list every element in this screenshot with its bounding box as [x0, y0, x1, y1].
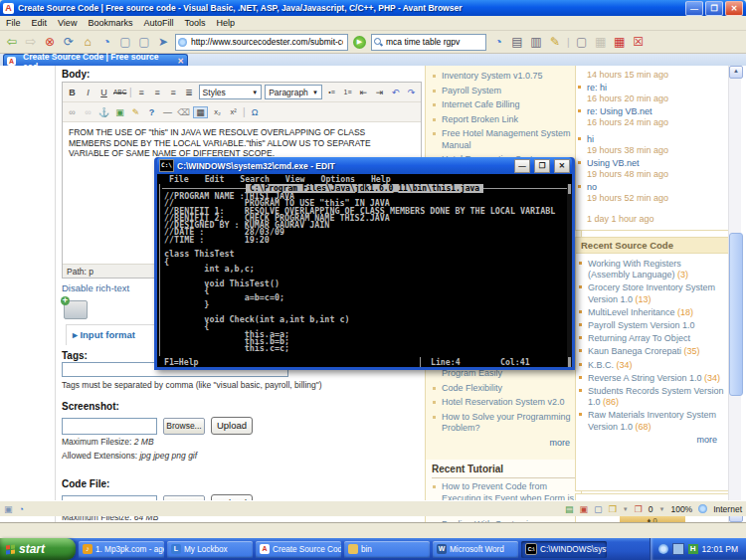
source-item[interactable]: Grocery Store Inventory System Version 1… [579, 282, 725, 304]
caret-icon[interactable]: ▼ [658, 504, 664, 514]
add-image-icon[interactable] [64, 300, 88, 319]
window-layout-icon[interactable]: ▢ [118, 35, 132, 49]
taskbar-task-mp3pk[interactable]: ♪ 1. Mp3pk.com - age... [79, 541, 164, 558]
forum-entry[interactable]: 1 day 1 hour ago [578, 214, 726, 225]
edit-menu-view[interactable]: View [285, 174, 305, 184]
caret-icon[interactable]: ▼ [623, 504, 629, 514]
window-split-icon[interactable]: ▢ [137, 35, 151, 49]
browser-titlebar[interactable]: A Create Source Code | Free source code … [0, 0, 746, 16]
taskbar-task-browser[interactable]: A Create Source Code... [256, 541, 341, 558]
source-item[interactable]: Working With Registers (Assembly Languag… [579, 259, 725, 280]
hr-icon[interactable]: — [161, 107, 174, 117]
status-download-icon[interactable]: ▤ [565, 504, 574, 514]
list-item[interactable]: Free Hotel Management System Manual [433, 128, 577, 151]
tray-display-icon[interactable] [672, 543, 684, 555]
anchor-icon[interactable]: ⚓ [97, 107, 110, 117]
page-preview-icon[interactable]: ▥ [529, 35, 543, 49]
forum-title[interactable]: hi [578, 134, 726, 145]
edit-scrollbar[interactable] [567, 184, 572, 367]
taskbar-task-lockbox[interactable]: L My Lockbox [167, 541, 253, 558]
close-all-icon[interactable]: ☒ [632, 35, 646, 49]
subscript-icon[interactable]: x₂ [211, 107, 224, 116]
source-item[interactable]: Kaun Banega Crorepati (35) [579, 346, 725, 357]
new-page-icon[interactable]: ▢ [575, 35, 589, 49]
close-button[interactable]: ✕ [725, 1, 743, 16]
grid-red-icon[interactable]: ▦ [613, 35, 627, 49]
list-item[interactable]: Hotel Reservation System v2.0 [433, 397, 578, 409]
address-input[interactable] [189, 36, 345, 48]
status-page-icon[interactable]: ▣ [4, 504, 13, 514]
edit-menu-help[interactable]: Help [371, 174, 391, 184]
search-input[interactable] [384, 36, 483, 48]
menu-tools[interactable]: Tools [184, 18, 205, 28]
tab-close-icon[interactable]: ✕ [177, 57, 184, 66]
forum-entry[interactable]: re: Using VB.net 16 hours 24 min ago [578, 106, 726, 128]
screenshot-file-input[interactable] [62, 418, 157, 435]
restore-button[interactable]: ❐ [705, 1, 723, 16]
paragraph-select[interactable]: Paragraph ▼ [265, 85, 322, 99]
status-flash-icon[interactable]: ▣ [580, 504, 589, 514]
indent-icon[interactable]: ⇥ [373, 88, 386, 97]
screenshot-upload-button[interactable]: Upload [211, 417, 253, 435]
start-button[interactable]: start [0, 538, 76, 560]
align-right-icon[interactable]: ≡ [167, 88, 180, 97]
edit-file-window[interactable]: C:\Program Files\Java\jdk1.6.0_11\bin\th… [159, 184, 570, 356]
insert-image-icon[interactable]: ▣ [113, 107, 126, 117]
pointer-icon[interactable]: ➤ [156, 35, 170, 49]
superscript-icon[interactable]: x² [227, 107, 240, 116]
popup-blocker-icon[interactable]: ❐ [635, 504, 643, 514]
history-icon[interactable]: ◔ [99, 35, 113, 49]
forum-entry[interactable]: 14 hours 15 min ago [578, 70, 726, 81]
edit-screen[interactable]: File Edit Search View Options Help C:\Pr… [157, 174, 572, 367]
list-item[interactable]: Inventory System v1.0.75 [433, 71, 577, 83]
undo-icon[interactable]: ↶ [389, 88, 402, 97]
menu-autofill[interactable]: AutoFill [143, 18, 173, 28]
list-item[interactable]: Code Flexibility [433, 383, 578, 395]
cmd-close-button[interactable]: ✕ [554, 159, 570, 173]
menu-edit[interactable]: Edit [32, 18, 48, 28]
highlighter-icon[interactable]: ✎ [548, 35, 562, 49]
zoom-level[interactable]: 100% [670, 504, 692, 514]
source-item[interactable]: Reverse A String Version 1.0 (34) [579, 373, 725, 384]
outdent-icon[interactable]: ⇤ [357, 88, 370, 97]
address-bar[interactable] [175, 34, 348, 51]
source-item[interactable]: Returning Array To Object [579, 333, 725, 344]
source-item[interactable]: Payroll System Version 1.0 [579, 320, 725, 331]
forum-title[interactable]: no [578, 182, 726, 193]
list-item[interactable]: Internet Cafe Billing [433, 99, 577, 111]
remove-format-icon[interactable]: ⌫ [177, 107, 190, 117]
list-item[interactable]: How to Solve your Programming Problem? [433, 412, 578, 435]
cmd-edit-window[interactable]: C:\ C:\WINDOWS\system32\cmd.exe - EDIT —… [154, 157, 575, 370]
cleanup-icon[interactable]: ✎ [129, 107, 142, 117]
forum-entry[interactable]: no 19 hours 52 min ago [578, 182, 726, 204]
go-button[interactable]: ▶ [353, 36, 366, 49]
scroll-up-icon[interactable]: ▲ [729, 66, 743, 79]
stop-icon[interactable]: ⊗ [43, 35, 57, 49]
menu-help[interactable]: Help [216, 18, 235, 28]
more-link[interactable]: more [579, 435, 725, 445]
bullet-list-icon[interactable]: •≡ [325, 89, 338, 95]
clock[interactable]: 12:01 PM [702, 544, 738, 554]
underline-icon[interactable]: U [97, 88, 110, 97]
edit-menu-search[interactable]: Search [240, 174, 270, 184]
edit-menu-file[interactable]: File [169, 174, 189, 184]
forward-icon[interactable]: ⇨ [24, 35, 38, 49]
status-monitor-icon[interactable]: ▢ [594, 504, 603, 514]
redo-icon[interactable]: ↷ [405, 88, 418, 97]
forum-entry[interactable]: re: hi 16 hours 20 min ago [578, 83, 726, 104]
source-item[interactable]: Students Records System Version 1.0 (86) [579, 386, 725, 408]
disable-richtext-link[interactable]: Disable rich-text [62, 282, 129, 293]
forum-entry[interactable]: hi 19 hours 38 min ago [578, 134, 726, 156]
styles-select[interactable]: Styles ▼ [199, 85, 263, 99]
table-icon[interactable]: ▦ [193, 106, 208, 118]
taskbar-task-bin-folder[interactable]: bin [344, 541, 430, 558]
input-format-toggle[interactable]: ▸ Input format [73, 329, 135, 340]
source-item[interactable]: Raw Materials Inventory System Version 1… [579, 410, 725, 432]
page-scrollbar[interactable]: ▲ ▼ [728, 66, 741, 522]
home-icon[interactable]: ⌂ [81, 35, 94, 49]
search-bar[interactable] [371, 34, 486, 51]
italic-icon[interactable]: I [82, 88, 94, 97]
minimize-button[interactable]: — [685, 1, 703, 16]
link-icon[interactable]: ∞ [66, 107, 79, 117]
taskbar-task-cmd[interactable]: C:\ C:\WINDOWS\syste... [521, 541, 607, 558]
